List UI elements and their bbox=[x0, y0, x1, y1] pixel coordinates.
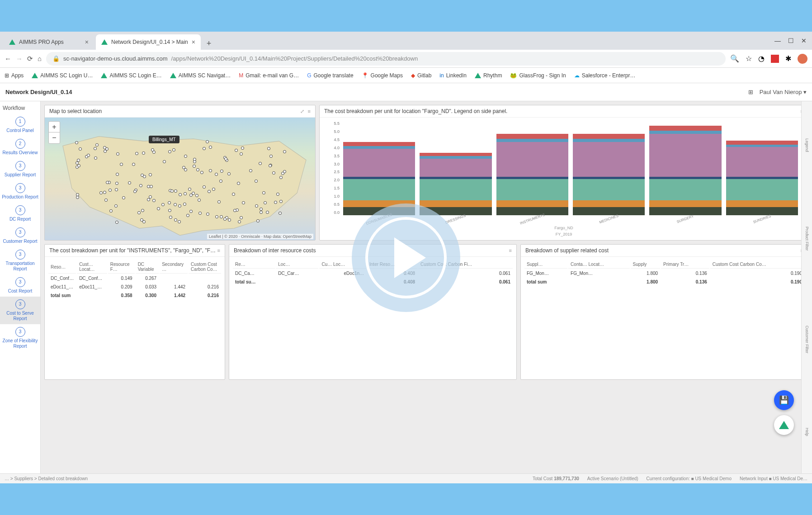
workflow-step[interactable]: 3Customer Report bbox=[0, 225, 40, 247]
map-location-dot[interactable] bbox=[198, 212, 202, 215]
table-row[interactable]: DC_Conf…DC_Conf…0.1490.267 bbox=[48, 274, 221, 282]
column-header[interactable]: Cust… Locat… bbox=[77, 260, 107, 274]
column-header[interactable]: Resource F… bbox=[108, 260, 135, 274]
forward-icon[interactable]: → bbox=[16, 55, 23, 62]
map-location-dot[interactable] bbox=[227, 172, 231, 175]
map[interactable]: + − Billings_MT Leaflet | © 2020 · Omnis… bbox=[45, 118, 315, 240]
map-location-dot[interactable] bbox=[189, 194, 193, 197]
save-button[interactable]: 💾 bbox=[774, 390, 794, 410]
notification-icon[interactable]: ◔ bbox=[758, 54, 765, 63]
map-location-dot[interactable] bbox=[168, 150, 171, 153]
bookmark-item[interactable]: 🐸GlassFrog - Sign In bbox=[510, 72, 566, 79]
column-header[interactable]: Loc… bbox=[276, 260, 318, 269]
column-header[interactable]: Primary Tr… bbox=[661, 260, 709, 269]
workflow-step[interactable]: 3DC Report bbox=[0, 203, 40, 225]
map-location-dot[interactable] bbox=[137, 211, 141, 214]
map-location-dot[interactable] bbox=[188, 188, 191, 191]
table-row[interactable]: total sum1.8000.1360.190 bbox=[524, 278, 804, 286]
map-location-dot[interactable] bbox=[94, 147, 97, 150]
map-location-dot[interactable] bbox=[174, 203, 177, 206]
star-icon[interactable]: ☆ bbox=[746, 54, 752, 63]
bookmark-apps[interactable]: ⊞Apps bbox=[5, 72, 24, 79]
bookmark-item[interactable]: inLinkedIn bbox=[439, 72, 467, 79]
workflow-step[interactable]: 3Zone of Flexibility Report bbox=[0, 324, 40, 352]
map-location-dot[interactable] bbox=[193, 158, 196, 161]
bar-surgery[interactable]: SURGERY bbox=[649, 121, 721, 221]
zoom-in-button[interactable]: + bbox=[49, 122, 60, 132]
map-location-dot[interactable] bbox=[228, 218, 231, 222]
map-location-dot[interactable] bbox=[184, 155, 187, 158]
map-location-dot[interactable] bbox=[276, 193, 279, 196]
workflow-step[interactable]: 3Cost Report bbox=[0, 274, 40, 297]
map-location-dot[interactable] bbox=[272, 171, 275, 175]
map-location-dot[interactable] bbox=[142, 220, 146, 223]
browser-tab[interactable]: AIMMS PRO Apps × bbox=[4, 34, 94, 50]
column-header[interactable]: Custom Cost Carbon Co… bbox=[189, 260, 221, 274]
close-icon[interactable]: × bbox=[192, 38, 195, 46]
bar-instruments[interactable]: INSTRUMENTS bbox=[496, 121, 568, 221]
data-table[interactable]: Reso…Cust… Locat…Resource F…DC VariableS… bbox=[47, 260, 222, 300]
map-location-dot[interactable] bbox=[233, 209, 236, 212]
column-header[interactable]: Conta… Locat… bbox=[568, 260, 630, 269]
column-header[interactable]: Re… bbox=[233, 260, 275, 269]
map-location-dot[interactable] bbox=[87, 154, 90, 157]
workflow-step[interactable]: 1Control Panel bbox=[0, 114, 40, 136]
map-location-dot[interactable] bbox=[114, 204, 118, 208]
map-location-dot[interactable] bbox=[99, 191, 103, 194]
reload-icon[interactable]: ⟳ bbox=[27, 55, 33, 63]
minimize-icon[interactable]: — bbox=[774, 37, 781, 44]
map-location-dot[interactable] bbox=[150, 185, 153, 188]
bookmark-item[interactable]: AIMMS SC Login E… bbox=[101, 72, 161, 79]
menu-icon[interactable]: ≡ bbox=[509, 248, 512, 253]
map-location-dot[interactable] bbox=[142, 151, 145, 155]
map-location-dot[interactable] bbox=[206, 140, 209, 143]
map-location-dot[interactable] bbox=[269, 164, 272, 167]
workflow-step[interactable]: 3Production Report bbox=[0, 180, 40, 203]
map-location-dot[interactable] bbox=[198, 198, 201, 202]
extension-icon[interactable] bbox=[771, 55, 779, 63]
map-location-dot[interactable] bbox=[189, 210, 193, 213]
close-icon[interactable]: ✕ bbox=[801, 37, 807, 44]
map-location-dot[interactable] bbox=[120, 163, 123, 166]
menu-icon[interactable]: ≡ bbox=[308, 109, 311, 114]
map-location-dot[interactable] bbox=[209, 146, 212, 149]
map-location-dot[interactable] bbox=[208, 190, 211, 193]
map-location-dot[interactable] bbox=[149, 195, 152, 198]
map-location-dot[interactable] bbox=[143, 175, 146, 178]
map-location-dot[interactable] bbox=[174, 189, 177, 193]
bookmark-item[interactable]: MGmail: e-mail van G… bbox=[239, 72, 299, 79]
column-header[interactable]: Suppl… bbox=[524, 260, 567, 269]
zoom-out-button[interactable]: − bbox=[49, 132, 60, 143]
map-location-dot[interactable] bbox=[168, 209, 171, 212]
map-location-dot[interactable] bbox=[206, 213, 209, 216]
maximize-icon[interactable]: ☐ bbox=[788, 37, 794, 44]
workflow-step[interactable]: 2Results Overview bbox=[0, 136, 40, 158]
bookmark-item[interactable]: AIMMS SC Login U… bbox=[32, 72, 93, 79]
map-location-dot[interactable] bbox=[240, 216, 243, 219]
map-location-dot[interactable] bbox=[260, 208, 263, 211]
rail-tab-help[interactable]: Help bbox=[805, 428, 809, 436]
column-header[interactable]: Reso… bbox=[48, 260, 76, 274]
home-icon[interactable]: ⌂ bbox=[38, 55, 42, 62]
bookmark-item[interactable]: AIMMS SC Navigat… bbox=[170, 72, 231, 79]
map-location-dot[interactable] bbox=[238, 220, 241, 223]
map-location-dot[interactable] bbox=[215, 215, 218, 218]
map-location-dot[interactable] bbox=[151, 148, 154, 151]
menu-icon[interactable]: ≡ bbox=[217, 248, 220, 253]
map-location-dot[interactable] bbox=[237, 182, 240, 185]
extensions-icon[interactable]: ✱ bbox=[785, 54, 791, 63]
bar-medicines[interactable]: MEDICINES bbox=[573, 121, 645, 221]
back-icon[interactable]: ← bbox=[5, 55, 11, 62]
bar-sundries[interactable]: SUNDRIES bbox=[726, 121, 798, 221]
workflow-step[interactable]: 3Transportation Report bbox=[0, 247, 40, 274]
user-menu[interactable]: Paul Van Nierop ▾ bbox=[760, 89, 807, 95]
map-location-dot[interactable] bbox=[94, 156, 97, 160]
bar-dressings[interactable]: DRESSINGS bbox=[420, 121, 491, 221]
aimms-logo-button[interactable] bbox=[774, 415, 794, 435]
rail-tab-customer-filter[interactable]: Customer Filter bbox=[805, 326, 809, 354]
column-header[interactable]: Custom Cost Carbon Co… bbox=[710, 260, 804, 269]
map-location-dot[interactable] bbox=[115, 221, 118, 224]
map-location-dot[interactable] bbox=[109, 189, 112, 192]
map-location-dot[interactable] bbox=[262, 191, 265, 194]
map-location-dot[interactable] bbox=[128, 181, 131, 184]
